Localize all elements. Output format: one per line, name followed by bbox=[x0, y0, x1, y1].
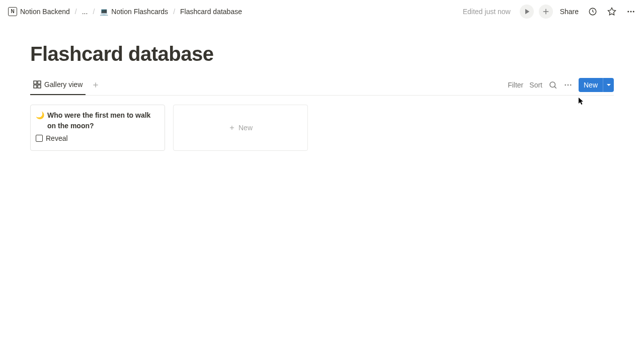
page-emoji-icon: 💻 bbox=[100, 8, 108, 16]
svg-point-16 bbox=[568, 84, 569, 85]
breadcrumb-root[interactable]: N Notion Backend bbox=[6, 6, 72, 17]
favorite-button[interactable] bbox=[605, 5, 619, 19]
new-button[interactable]: New bbox=[579, 78, 614, 92]
breadcrumb-parent[interactable]: 💻 Notion Flashcards bbox=[98, 7, 170, 17]
gallery-grid: 🌙 Who were the first men to walk on the … bbox=[30, 96, 614, 151]
view-tab-gallery[interactable]: Gallery view bbox=[30, 74, 86, 95]
card-reveal-label: Reveal bbox=[46, 134, 68, 142]
search-icon bbox=[548, 80, 557, 90]
play-button[interactable] bbox=[520, 5, 534, 19]
plus-icon bbox=[92, 81, 100, 89]
card-emoji-icon: 🌙 bbox=[36, 110, 44, 121]
edited-status: Edited just now bbox=[463, 8, 511, 16]
play-icon bbox=[522, 7, 531, 16]
svg-point-15 bbox=[565, 84, 566, 85]
share-button[interactable]: Share bbox=[558, 7, 581, 17]
breadcrumb-ellipsis-label: ... bbox=[82, 8, 88, 16]
new-card-label: New bbox=[238, 124, 253, 132]
new-card-button[interactable]: New bbox=[173, 105, 308, 151]
breadcrumb-current[interactable]: Flashcard database bbox=[178, 7, 244, 17]
breadcrumb-ellipsis[interactable]: ... bbox=[80, 7, 90, 17]
breadcrumb: N Notion Backend / ... / 💻 Notion Flashc… bbox=[6, 6, 244, 17]
view-options-button[interactable] bbox=[564, 80, 573, 90]
svg-point-17 bbox=[570, 84, 572, 85]
more-button[interactable] bbox=[624, 5, 638, 19]
breadcrumb-separator: / bbox=[173, 8, 175, 16]
clock-icon bbox=[588, 7, 597, 16]
filter-button[interactable]: Filter bbox=[508, 81, 523, 89]
gallery-icon bbox=[33, 80, 41, 89]
svg-rect-7 bbox=[34, 81, 37, 84]
breadcrumb-parent-label: Notion Flashcards bbox=[111, 8, 168, 16]
breadcrumb-separator: / bbox=[93, 8, 95, 16]
add-button[interactable] bbox=[539, 5, 553, 19]
svg-point-13 bbox=[550, 82, 555, 88]
add-view-button[interactable] bbox=[90, 79, 102, 91]
page-title[interactable]: Flashcard database bbox=[30, 43, 614, 65]
gallery-card[interactable]: 🌙 Who were the first men to walk on the … bbox=[30, 105, 165, 151]
svg-marker-3 bbox=[608, 8, 616, 15]
svg-point-6 bbox=[633, 11, 634, 12]
chevron-down-icon bbox=[606, 82, 611, 88]
new-button-label: New bbox=[579, 78, 603, 92]
checkbox-icon[interactable] bbox=[36, 135, 43, 142]
breadcrumb-root-label: Notion Backend bbox=[20, 8, 70, 16]
svg-point-4 bbox=[627, 11, 629, 12]
breadcrumb-separator: / bbox=[75, 8, 77, 16]
plus-icon bbox=[228, 124, 235, 131]
sort-button[interactable]: Sort bbox=[529, 81, 542, 89]
view-tab-label: Gallery view bbox=[44, 80, 83, 89]
notion-logo-icon: N bbox=[8, 7, 17, 16]
svg-rect-8 bbox=[38, 81, 41, 84]
svg-line-14 bbox=[554, 86, 556, 88]
more-horizontal-icon bbox=[626, 7, 635, 16]
more-horizontal-icon bbox=[564, 80, 573, 90]
star-icon bbox=[607, 7, 616, 16]
svg-rect-9 bbox=[34, 85, 37, 88]
svg-point-5 bbox=[630, 11, 632, 12]
search-button[interactable] bbox=[548, 80, 557, 90]
new-button-dropdown[interactable] bbox=[603, 78, 614, 92]
updates-button[interactable] bbox=[586, 5, 600, 19]
svg-rect-10 bbox=[38, 85, 41, 88]
breadcrumb-current-label: Flashcard database bbox=[180, 8, 242, 16]
card-title-text: Who were the first men to walk on the mo… bbox=[47, 110, 158, 131]
plus-icon bbox=[541, 7, 550, 16]
card-reveal-property[interactable]: Reveal bbox=[36, 134, 158, 142]
